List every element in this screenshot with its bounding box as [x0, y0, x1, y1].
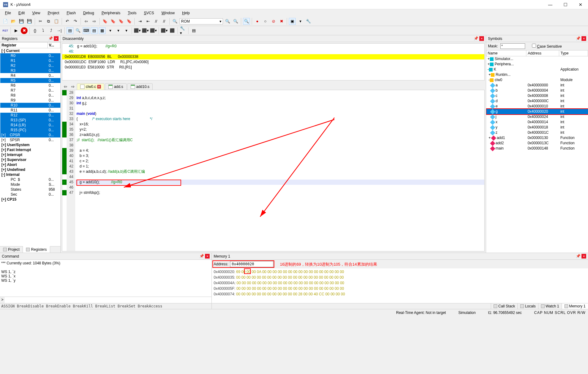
- symbol-row[interactable]: main0x00000148Function: [486, 146, 588, 151]
- step-icon[interactable]: {}: [32, 27, 38, 34]
- register-row[interactable]: [-] Internal: [0, 172, 60, 177]
- close-pane-icon[interactable]: ✕: [581, 36, 586, 41]
- symbol-row[interactable]: d0x4000000Cint: [486, 98, 588, 104]
- config-icon[interactable]: ▾: [297, 18, 304, 25]
- reg-col-name[interactable]: Register: [0, 42, 48, 48]
- register-row[interactable]: R60...: [0, 83, 60, 88]
- disassembly-view[interactable]: 45: g = add10(); //g=R0 46: 0x000001D8 E…: [62, 43, 485, 80]
- update-windows-icon[interactable]: ▤: [190, 27, 197, 34]
- register-row[interactable]: [+] Abort: [0, 162, 60, 167]
- register-row[interactable]: R30...: [0, 68, 60, 73]
- memory-hex-view[interactable]: 0x40000020: 69 00 00 00 0A 00 00 00 00 0…: [212, 268, 588, 303]
- nav-back-tab-icon[interactable]: ⇦: [62, 83, 69, 90]
- save-all-icon[interactable]: 💾: [26, 18, 33, 25]
- indent-icon[interactable]: ⇥: [137, 18, 143, 25]
- register-row[interactable]: Sec0...: [0, 192, 60, 197]
- analysis-window-icon[interactable]: ▾: [115, 27, 122, 34]
- logic-analyzer-icon[interactable]: ⬛: [169, 27, 176, 34]
- serial-window-icon[interactable]: ▾: [107, 27, 114, 34]
- registers-tree[interactable]: RegisterV... [-] Current R00... R10... R…: [0, 42, 60, 246]
- uncomment-icon[interactable]: //: [161, 18, 168, 25]
- register-row[interactable]: R100...: [0, 103, 60, 108]
- toolbox-icon[interactable]: ⬛▾: [161, 27, 168, 34]
- register-row[interactable]: R90...: [0, 98, 60, 103]
- register-row[interactable]: R14 (LR)0...: [0, 123, 60, 128]
- editor-tab[interactable]: add10.s: [127, 83, 153, 90]
- register-row[interactable]: [+] Undefined: [0, 167, 60, 172]
- register-row[interactable]: R120...: [0, 113, 60, 118]
- symbol-row[interactable]: -KApplication: [486, 67, 588, 72]
- sym-col-address[interactable]: Address: [526, 50, 559, 56]
- save-icon[interactable]: 💾: [18, 18, 25, 25]
- case-sensitive-checkbox[interactable]: [532, 44, 536, 48]
- minimize-button[interactable]: —: [546, 2, 555, 7]
- menu-svcs[interactable]: SVCS: [141, 10, 157, 16]
- register-row[interactable]: [+] User/System: [0, 142, 60, 147]
- maximize-button[interactable]: ☐: [561, 2, 570, 7]
- window-icon[interactable]: ▣: [289, 18, 296, 25]
- register-row[interactable]: R13 (SP)0...: [0, 118, 60, 123]
- show-disasm-icon[interactable]: ▤: [67, 27, 73, 34]
- register-row[interactable]: [+] CPSR0...: [0, 133, 60, 137]
- pin-icon[interactable]: 📌: [576, 254, 580, 258]
- close-pane-icon[interactable]: ✕: [54, 36, 59, 41]
- register-row[interactable]: ModeS...: [0, 182, 60, 187]
- nav-fwd-icon[interactable]: ⇨: [91, 18, 98, 25]
- step-over-icon[interactable]: ⤵: [40, 27, 46, 34]
- pin-icon[interactable]: 📌: [576, 36, 580, 41]
- symbol-row[interactable]: c0x40000008int: [486, 93, 588, 98]
- tab-registers[interactable]: Registers: [23, 246, 50, 253]
- register-row[interactable]: R40...: [0, 73, 60, 78]
- menu-help[interactable]: Help: [179, 10, 193, 16]
- find-dropdown[interactable]: ROM▾: [180, 18, 223, 24]
- menu-tools[interactable]: Tools: [125, 10, 140, 16]
- run-to-cursor-icon[interactable]: →|: [56, 27, 63, 34]
- breakpoint-kill-icon[interactable]: ✖: [278, 18, 285, 25]
- pin-icon[interactable]: 📌: [48, 36, 53, 41]
- sym-col-type[interactable]: Type: [559, 50, 588, 56]
- menu-peripherals[interactable]: Peripherals: [98, 10, 124, 16]
- symbol-row[interactable]: +Simulator...: [486, 56, 588, 62]
- find-in-files-icon[interactable]: 🔍: [224, 18, 231, 25]
- memory-windows-icon[interactable]: ⬛▾: [142, 27, 149, 34]
- nav-back-icon[interactable]: ⇦: [83, 18, 89, 25]
- register-row[interactable]: [+] Interrupt: [0, 152, 60, 157]
- symbol-row[interactable]: +Periphera...: [486, 62, 588, 67]
- menu-debug[interactable]: Debug: [80, 10, 97, 16]
- symbol-row[interactable]: -clw0Module: [486, 77, 588, 83]
- new-file-icon[interactable]: 📄: [2, 18, 9, 25]
- symbol-row[interactable]: x0x40000014int: [486, 120, 588, 125]
- editor-tab[interactable]: clw0.c✕: [77, 83, 104, 90]
- breakpoint-enable-icon[interactable]: ○: [262, 18, 269, 25]
- symbol-row[interactable]: add20x0000013CFunction: [486, 141, 588, 146]
- tab-project[interactable]: Project: [0, 246, 23, 253]
- symbol-row[interactable]: y0x40000018int: [486, 125, 588, 130]
- address-input[interactable]: [230, 261, 273, 267]
- bookmark-prev-icon[interactable]: 🔖: [110, 18, 116, 25]
- pin-icon[interactable]: 📌: [474, 36, 478, 41]
- close-button[interactable]: ✕: [576, 2, 585, 7]
- comment-icon[interactable]: //: [153, 18, 159, 25]
- symbol-row[interactable]: + add10x00000130Function: [486, 135, 588, 141]
- close-pane-icon[interactable]: ✕: [205, 254, 210, 259]
- menu-edit[interactable]: Edit: [15, 10, 28, 16]
- register-row[interactable]: R00...: [0, 53, 60, 58]
- register-row[interactable]: R15 (PC)0...: [0, 128, 60, 133]
- bookmark-next-icon[interactable]: 🔖: [118, 18, 124, 25]
- memory-window-icon[interactable]: ▤: [91, 27, 98, 34]
- memory-tab[interactable]: Locals: [517, 303, 538, 309]
- undo-icon[interactable]: ↶: [64, 18, 71, 25]
- step-out-icon[interactable]: ⤴: [48, 27, 54, 34]
- memory-tab[interactable]: Call Stack: [491, 303, 517, 309]
- symbols-window-icon[interactable]: ▦: [99, 27, 106, 34]
- command-window-icon[interactable]: ⌨: [83, 27, 89, 34]
- editor-tab[interactable]: add.s: [105, 83, 126, 90]
- close-tab-icon[interactable]: ✕: [97, 85, 101, 89]
- outdent-icon[interactable]: ⇤: [145, 18, 151, 25]
- register-row[interactable]: R50...: [0, 78, 60, 83]
- symbol-row[interactable]: g0x40000020int: [486, 109, 588, 114]
- menu-view[interactable]: View: [29, 10, 43, 16]
- tools-icon[interactable]: 🔧: [305, 18, 312, 25]
- run-icon[interactable]: ▶: [13, 27, 20, 34]
- command-output[interactable]: *** Currently used: 1048 Bytes (3%) WS 1…: [0, 260, 211, 297]
